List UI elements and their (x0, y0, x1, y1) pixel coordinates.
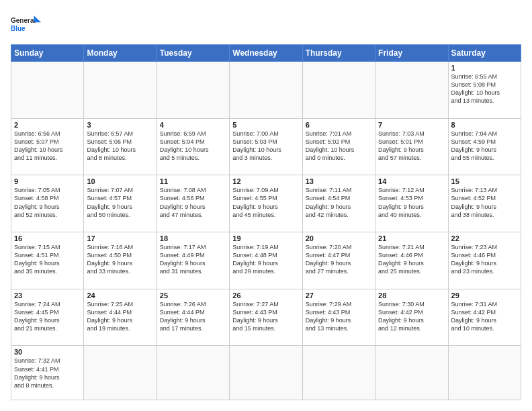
cell-week3-day5: 14Sunrise: 7:12 AMSunset: 4:53 PMDayligh… (375, 175, 448, 232)
cell-week1-day1 (84, 62, 157, 119)
week-row-1: 1Sunrise: 6:55 AMSunset: 5:08 PMDaylight… (11, 62, 521, 119)
cell-week3-day1: 10Sunrise: 7:07 AMSunset: 4:57 PMDayligh… (84, 175, 157, 232)
day-number: 25 (160, 291, 226, 300)
day-info: Sunrise: 7:27 AMSunset: 4:43 PMDaylight:… (232, 300, 299, 333)
cell-week5-day2: 25Sunrise: 7:26 AMSunset: 4:44 PMDayligh… (157, 289, 229, 346)
day-info: Sunrise: 7:25 AMSunset: 4:44 PMDaylight:… (87, 300, 153, 333)
day-info: Sunrise: 7:15 AMSunset: 4:51 PMDaylight:… (14, 243, 81, 276)
week-row-6: 30Sunrise: 7:32 AMSunset: 4:41 PMDayligh… (11, 346, 521, 400)
cell-week6-day3 (230, 346, 302, 400)
cell-week6-day2 (157, 346, 229, 400)
day-info: Sunrise: 7:03 AMSunset: 5:01 PMDaylight:… (378, 130, 445, 163)
day-info: Sunrise: 7:19 AMSunset: 4:48 PMDaylight:… (232, 243, 299, 276)
day-number: 10 (87, 177, 153, 185)
day-number: 27 (306, 291, 372, 300)
day-number: 8 (451, 121, 518, 129)
day-number: 16 (14, 234, 81, 242)
header-tuesday: Tuesday (157, 45, 229, 62)
weekday-header-row: SundayMondayTuesdayWednesdayThursdayFrid… (11, 45, 521, 62)
day-number: 7 (378, 121, 445, 129)
day-info: Sunrise: 7:30 AMSunset: 4:42 PMDaylight:… (378, 300, 445, 333)
day-number: 3 (87, 121, 153, 129)
header-monday: Monday (84, 45, 157, 62)
day-info: Sunrise: 7:09 AMSunset: 4:55 PMDaylight:… (232, 186, 299, 219)
day-info: Sunrise: 7:23 AMSunset: 4:46 PMDaylight:… (451, 243, 518, 276)
day-number: 22 (451, 234, 518, 242)
cell-week5-day3: 26Sunrise: 7:27 AMSunset: 4:43 PMDayligh… (230, 289, 302, 346)
logo-svg: General Blue (11, 11, 44, 38)
day-info: Sunrise: 7:12 AMSunset: 4:53 PMDaylight:… (378, 186, 445, 219)
svg-marker-1 (34, 15, 41, 22)
day-number: 1 (451, 64, 518, 72)
cell-week3-day0: 9Sunrise: 7:05 AMSunset: 4:58 PMDaylight… (11, 175, 84, 232)
cell-week2-day3: 5Sunrise: 7:00 AMSunset: 5:03 PMDaylight… (230, 118, 302, 175)
day-number: 14 (378, 177, 445, 185)
cell-week5-day5: 28Sunrise: 7:30 AMSunset: 4:42 PMDayligh… (375, 289, 448, 346)
cell-week2-day0: 2Sunrise: 6:56 AMSunset: 5:07 PMDaylight… (11, 118, 84, 175)
day-number: 18 (160, 234, 226, 242)
day-info: Sunrise: 7:05 AMSunset: 4:58 PMDaylight:… (14, 186, 81, 219)
day-number: 20 (306, 234, 372, 242)
cell-week6-day5 (375, 346, 448, 400)
day-number: 19 (232, 234, 299, 242)
day-info: Sunrise: 7:04 AMSunset: 4:59 PMDaylight:… (451, 130, 518, 163)
cell-week2-day4: 6Sunrise: 7:01 AMSunset: 5:02 PMDaylight… (302, 118, 375, 175)
cell-week3-day6: 15Sunrise: 7:13 AMSunset: 4:52 PMDayligh… (448, 175, 521, 232)
week-row-2: 2Sunrise: 6:56 AMSunset: 5:07 PMDaylight… (11, 118, 521, 175)
cell-week5-day0: 23Sunrise: 7:24 AMSunset: 4:45 PMDayligh… (11, 289, 84, 346)
day-info: Sunrise: 7:26 AMSunset: 4:44 PMDaylight:… (160, 300, 226, 333)
week-row-5: 23Sunrise: 7:24 AMSunset: 4:45 PMDayligh… (11, 289, 521, 346)
day-number: 11 (160, 177, 226, 185)
calendar-table: SundayMondayTuesdayWednesdayThursdayFrid… (11, 44, 521, 400)
day-info: Sunrise: 7:07 AMSunset: 4:57 PMDaylight:… (87, 186, 153, 219)
header-friday: Friday (375, 45, 448, 62)
day-info: Sunrise: 6:59 AMSunset: 5:04 PMDaylight:… (160, 130, 226, 163)
day-number: 4 (160, 121, 226, 129)
cell-week4-day3: 19Sunrise: 7:19 AMSunset: 4:48 PMDayligh… (230, 232, 302, 289)
day-info: Sunrise: 7:20 AMSunset: 4:47 PMDaylight:… (306, 243, 372, 276)
week-row-4: 16Sunrise: 7:15 AMSunset: 4:51 PMDayligh… (11, 232, 521, 289)
day-number: 15 (451, 177, 518, 185)
day-number: 23 (14, 291, 81, 300)
logo: General Blue (11, 11, 44, 38)
cell-week6-day6 (448, 346, 521, 400)
day-info: Sunrise: 7:16 AMSunset: 4:50 PMDaylight:… (87, 243, 153, 276)
cell-week2-day6: 8Sunrise: 7:04 AMSunset: 4:59 PMDaylight… (448, 118, 521, 175)
cell-week4-day0: 16Sunrise: 7:15 AMSunset: 4:51 PMDayligh… (11, 232, 84, 289)
page: General Blue SundayMondayTuesdayWednesda… (0, 0, 532, 411)
day-info: Sunrise: 7:21 AMSunset: 4:46 PMDaylight:… (378, 243, 445, 276)
day-info: Sunrise: 7:17 AMSunset: 4:49 PMDaylight:… (160, 243, 226, 276)
day-info: Sunrise: 7:08 AMSunset: 4:56 PMDaylight:… (160, 186, 226, 219)
cell-week4-day2: 18Sunrise: 7:17 AMSunset: 4:49 PMDayligh… (157, 232, 229, 289)
day-number: 5 (232, 121, 299, 129)
cell-week4-day4: 20Sunrise: 7:20 AMSunset: 4:47 PMDayligh… (302, 232, 375, 289)
day-number: 30 (14, 348, 81, 356)
day-info: Sunrise: 6:55 AMSunset: 5:08 PMDaylight:… (451, 73, 518, 105)
day-number: 21 (378, 234, 445, 242)
day-number: 17 (87, 234, 153, 242)
day-number: 6 (306, 121, 372, 129)
header-wednesday: Wednesday (230, 45, 302, 62)
day-info: Sunrise: 6:56 AMSunset: 5:07 PMDaylight:… (14, 130, 81, 163)
cell-week1-day6: 1Sunrise: 6:55 AMSunset: 5:08 PMDaylight… (448, 62, 521, 119)
day-number: 24 (87, 291, 153, 300)
header-thursday: Thursday (302, 45, 375, 62)
cell-week1-day2 (157, 62, 229, 119)
day-number: 9 (14, 177, 81, 185)
cell-week1-day0 (11, 62, 84, 119)
svg-text:Blue: Blue (11, 25, 26, 32)
cell-week4-day1: 17Sunrise: 7:16 AMSunset: 4:50 PMDayligh… (84, 232, 157, 289)
day-number: 12 (232, 177, 299, 185)
day-number: 13 (306, 177, 372, 185)
cell-week3-day3: 12Sunrise: 7:09 AMSunset: 4:55 PMDayligh… (230, 175, 302, 232)
week-row-3: 9Sunrise: 7:05 AMSunset: 4:58 PMDaylight… (11, 175, 521, 232)
cell-week1-day5 (375, 62, 448, 119)
cell-week3-day4: 13Sunrise: 7:11 AMSunset: 4:54 PMDayligh… (302, 175, 375, 232)
cell-week2-day1: 3Sunrise: 6:57 AMSunset: 5:06 PMDaylight… (84, 118, 157, 175)
cell-week5-day6: 29Sunrise: 7:31 AMSunset: 4:42 PMDayligh… (448, 289, 521, 346)
cell-week1-day4 (302, 62, 375, 119)
header: General Blue (11, 11, 521, 38)
cell-week1-day3 (230, 62, 302, 119)
cell-week5-day4: 27Sunrise: 7:29 AMSunset: 4:43 PMDayligh… (302, 289, 375, 346)
day-info: Sunrise: 7:13 AMSunset: 4:52 PMDaylight:… (451, 186, 518, 219)
